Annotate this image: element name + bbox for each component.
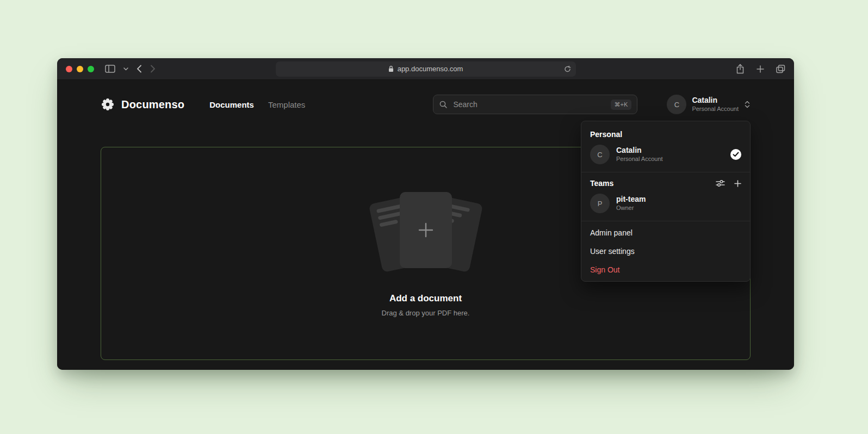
selected-check-icon — [730, 149, 741, 160]
chevron-down-icon[interactable] — [123, 67, 128, 71]
tab-overview-icon[interactable] — [776, 65, 785, 73]
share-icon[interactable] — [736, 64, 745, 74]
browser-window: app.documenso.com — [57, 58, 794, 370]
dropzone-subtitle: Drag & drop your PDF here. — [382, 309, 470, 317]
minimize-window-button[interactable] — [77, 66, 83, 72]
avatar: P — [590, 194, 610, 213]
browser-toolbar: app.documenso.com — [57, 58, 794, 80]
traffic-lights — [66, 66, 94, 72]
menu-teams-header: Teams — [581, 175, 750, 193]
zoom-window-button[interactable] — [88, 66, 94, 72]
back-icon[interactable] — [137, 65, 142, 73]
main-nav: Documents Templates — [209, 100, 305, 109]
brand-name: Documenso — [121, 98, 184, 111]
search-bar[interactable]: ⌘+K — [433, 95, 637, 114]
avatar: C — [667, 95, 686, 114]
account-menu: Personal C Catalin Personal Account Team… — [581, 121, 751, 282]
account-name: Catalin — [692, 96, 739, 106]
new-tab-icon[interactable] — [757, 65, 764, 73]
account-name: Catalin — [616, 146, 663, 156]
menu-personal-label: Personal — [581, 125, 750, 144]
divider — [581, 172, 750, 172]
account-subtitle: Personal Account — [616, 156, 663, 163]
close-window-button[interactable] — [66, 66, 72, 72]
menu-team-pit-team[interactable]: P pit-team Owner — [581, 193, 750, 220]
caret-sort-icon — [744, 101, 751, 108]
search-input[interactable] — [452, 100, 606, 109]
avatar: C — [590, 145, 610, 164]
divider — [581, 221, 750, 221]
address-bar[interactable]: app.documenso.com — [276, 61, 576, 77]
refresh-icon[interactable] — [564, 65, 571, 72]
plus-icon — [417, 221, 435, 239]
lock-icon — [388, 65, 394, 72]
url-text: app.documenso.com — [398, 65, 463, 73]
documents-illustration — [363, 190, 488, 276]
team-role: Owner — [616, 204, 646, 212]
brand[interactable]: Documenso — [101, 97, 184, 111]
forward-icon[interactable] — [150, 65, 156, 73]
account-menu-trigger[interactable]: C Catalin Personal Account — [667, 95, 751, 114]
menu-item-user-settings[interactable]: User settings — [581, 242, 750, 261]
menu-item-sign-out[interactable]: Sign Out — [581, 261, 750, 279]
add-document-card — [400, 192, 452, 268]
search-icon — [439, 100, 448, 109]
menu-teams-label: Teams — [590, 179, 613, 188]
sidebar-toggle-icon[interactable] — [105, 65, 115, 73]
search-shortcut-badge: ⌘+K — [611, 100, 632, 110]
documenso-logo-icon — [101, 97, 115, 111]
account-subtitle: Personal Account — [692, 106, 739, 113]
nav-documents[interactable]: Documents — [209, 100, 254, 109]
nav-templates[interactable]: Templates — [268, 100, 305, 109]
manage-teams-icon[interactable] — [716, 179, 725, 187]
dropzone-title: Add a document — [389, 293, 462, 304]
menu-item-admin-panel[interactable]: Admin panel — [581, 224, 750, 242]
team-name: pit-team — [616, 195, 646, 204]
create-team-icon[interactable] — [734, 180, 741, 187]
page-content: Documenso Documents Templates ⌘+K C Cata… — [57, 80, 794, 370]
menu-personal-account[interactable]: C Catalin Personal Account — [581, 144, 750, 171]
